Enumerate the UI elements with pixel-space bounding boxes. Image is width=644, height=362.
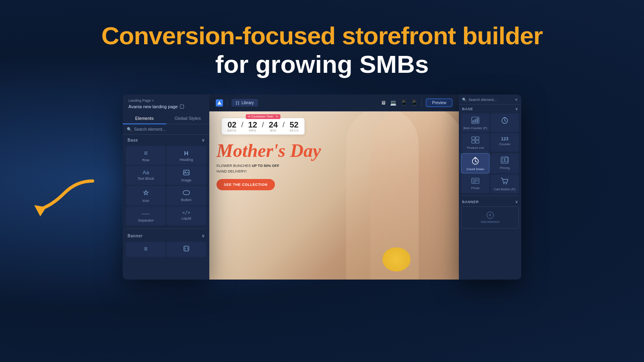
- row-icon: ≡: [144, 150, 148, 156]
- builder-panel: Landing Page > Avania new landing page E…: [123, 95, 209, 280]
- mockup-container: Landing Page > Avania new landing page E…: [123, 95, 521, 340]
- right-banner-collapse[interactable]: ∨: [515, 200, 518, 204]
- svg-rect-10: [238, 103, 239, 105]
- right-divider: [461, 195, 519, 196]
- hero-title-white: for growing SMBs: [0, 49, 644, 79]
- right-collapse-icon[interactable]: ∨: [515, 107, 518, 111]
- mobile-icon[interactable]: 📱: [411, 100, 417, 106]
- section-divider: [126, 228, 206, 229]
- svg-rect-35: [505, 157, 508, 162]
- preview-button[interactable]: Preview: [426, 99, 452, 107]
- element-separator[interactable]: Separator: [126, 206, 166, 225]
- right-elements-grid: Blob Counter (P): [459, 113, 521, 152]
- collapse-icon[interactable]: ∨: [202, 138, 205, 142]
- hero-title-orange: Conversion-focused storefront builder: [0, 22, 644, 49]
- right-panel: 🔍 Search element... ✕ BASE ∨ Blob Count: [459, 95, 521, 280]
- counter-icon: 123: [501, 136, 508, 141]
- svg-point-41: [506, 183, 507, 184]
- prose-icon: [471, 178, 479, 185]
- countdown-timer: ✛ Countdown Timer ✕ 02 DAYS / 12 HRS /: [221, 118, 305, 135]
- logo: [216, 99, 223, 107]
- banner-element-2[interactable]: [167, 242, 206, 257]
- right-search-action[interactable]: ✕: [515, 98, 518, 102]
- image-icon: [183, 170, 190, 177]
- search-icon: 🔍: [127, 127, 132, 132]
- element-liquid[interactable]: </> Liquid: [167, 206, 206, 225]
- banner-elements-grid: ≡: [123, 240, 209, 259]
- page-name: Avania new landing page: [123, 104, 209, 113]
- icon-icon: [143, 190, 149, 197]
- cart-button-icon: [501, 178, 509, 186]
- device-switcher: 🖥 💻 📱 📱: [381, 100, 417, 106]
- collapse-banner-icon[interactable]: ∨: [202, 234, 205, 238]
- banner-section-header: Banner ∨: [123, 230, 209, 240]
- element-image[interactable]: Image: [167, 166, 206, 185]
- search-bar: 🔍 Search element...: [123, 124, 209, 135]
- svg-rect-9: [236, 103, 237, 105]
- svg-rect-5: [184, 246, 189, 251]
- people-area: [322, 111, 459, 280]
- right-prose-label: Prose: [471, 186, 480, 190]
- countdown-days: 02 DAYS: [227, 121, 237, 132]
- right-element-prose[interactable]: Prose: [461, 175, 489, 193]
- tab-elements[interactable]: Elements: [123, 113, 166, 124]
- base-section-header: Base ∨: [123, 135, 209, 144]
- svg-point-40: [504, 183, 505, 184]
- right-element-countdown[interactable]: Count Down: [461, 153, 489, 173]
- right-element-timer[interactable]: [491, 113, 519, 132]
- right-counter-label: Counter: [499, 142, 510, 146]
- element-row[interactable]: ≡ Row: [126, 146, 166, 165]
- right-element-product-list[interactable]: Product List: [461, 133, 489, 152]
- banner-element-1[interactable]: ≡: [126, 242, 166, 257]
- laptop-icon[interactable]: 💻: [390, 100, 396, 106]
- right-base-header: BASE ∨: [459, 105, 521, 113]
- element-button-label: Button: [181, 198, 192, 202]
- promo-text: Mother's Day FLOWER BUNCHES UP TO 50% OF…: [217, 142, 411, 190]
- library-button[interactable]: Library: [231, 99, 258, 107]
- timer-icon: [501, 117, 508, 125]
- banner-icon-2: [184, 246, 189, 253]
- promo-cta-button[interactable]: SEE THE COLLECTION: [217, 179, 275, 190]
- right-blob-counter-label: Blob Counter (P): [463, 126, 487, 130]
- separator-icon: [142, 210, 149, 217]
- svg-rect-26: [472, 137, 475, 140]
- tab-global-styles[interactable]: Global Styles: [166, 113, 210, 124]
- element-text-block-label: Text Block: [138, 177, 154, 181]
- element-heading[interactable]: H Heading: [167, 146, 206, 165]
- button-icon: [183, 190, 190, 196]
- search-input[interactable]: Search element...: [134, 127, 165, 132]
- element-row-label: Row: [142, 158, 149, 162]
- element-separator-label: Separator: [138, 218, 154, 222]
- right-element-blob-counter[interactable]: Blob Counter (P): [461, 113, 489, 132]
- countdown-badge: ✛ Countdown Timer ✕: [246, 114, 281, 119]
- product-list-icon: [471, 136, 479, 145]
- element-text-block[interactable]: Aa Text Block: [126, 166, 166, 185]
- element-icon-label: Icon: [142, 199, 149, 203]
- sep3: /: [283, 121, 285, 132]
- edit-icon[interactable]: [180, 105, 184, 109]
- svg-rect-8: [238, 101, 239, 103]
- svg-marker-6: [217, 101, 221, 105]
- countdown-hours: 12 HRS: [248, 121, 257, 132]
- pricing-icon: [501, 156, 509, 165]
- tablet-icon[interactable]: 📱: [400, 100, 407, 106]
- flowers: [382, 247, 411, 272]
- right-element-pricing[interactable]: Pricing: [491, 153, 519, 173]
- countdown-minutes: 24 MIN: [269, 121, 278, 132]
- right-element-cart-button[interactable]: Cart Button (P): [491, 175, 519, 193]
- element-image-label: Image: [181, 178, 191, 182]
- sep1: /: [242, 121, 244, 132]
- desktop-icon[interactable]: 🖥: [381, 100, 386, 106]
- add-element-area[interactable]: + Add Element: [461, 206, 519, 228]
- right-search-input[interactable]: Search element...: [469, 98, 513, 102]
- element-button[interactable]: Button: [167, 186, 206, 206]
- toolbar-divider2: [421, 99, 422, 107]
- sep2: /: [262, 121, 264, 132]
- builder-tabs: Elements Global Styles: [123, 113, 209, 124]
- right-element-counter[interactable]: 123 Counter: [491, 133, 519, 152]
- svg-rect-34: [502, 158, 504, 162]
- svg-rect-27: [476, 137, 479, 140]
- add-element-label: Add Element: [481, 220, 500, 224]
- banner-icon-1: ≡: [144, 246, 148, 252]
- element-icon[interactable]: Icon: [126, 186, 166, 206]
